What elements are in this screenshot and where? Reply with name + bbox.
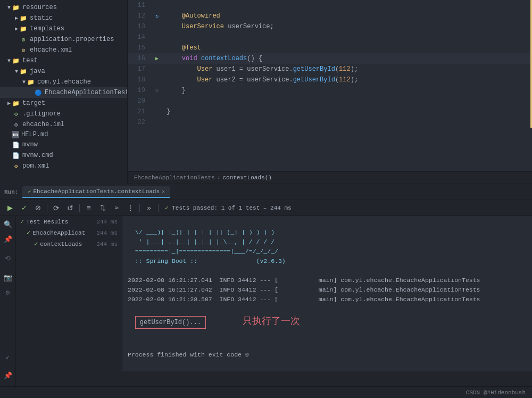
rerun-failed-button[interactable]: ↺ <box>64 202 76 214</box>
folder-icon: 📁 <box>19 24 28 33</box>
code-line-11: 11 <box>128 0 532 11</box>
side-icon-search[interactable]: 🔍 <box>2 218 14 231</box>
file-icon: 🔵 <box>34 88 43 97</box>
side-icon-camera[interactable]: 📷 <box>2 271 14 284</box>
tree-label: pom.xml <box>22 162 49 170</box>
side-icon-pin[interactable]: 📌 <box>2 233 14 246</box>
log-spacer-4 <box>128 342 131 349</box>
side-icon-settings[interactable]: ⚙ <box>2 286 14 299</box>
toolbar-status: ✓ Tests passed: 1 of 1 test – 244 ms <box>165 204 292 211</box>
tree-item-test[interactable]: ▼ 📁 test <box>0 55 127 66</box>
folder-icon: 📁 <box>12 99 20 107</box>
run-panel: Run: ✓ EhcacheApplicationTests.contextLo… <box>0 184 532 386</box>
side-icon-pin2[interactable]: 📌 <box>2 369 14 382</box>
tree-item-mvnw[interactable]: ▶ 📄 mvnw <box>0 139 127 150</box>
tree-item-gitignore[interactable]: ▶ ⚙ .gitignore <box>0 109 127 119</box>
file-icon: 📄 <box>12 140 20 149</box>
tree-item-java[interactable]: ▼ 📁 java <box>0 66 127 77</box>
tree-item-ehcache-iml[interactable]: ▶ ⚙ ehcache.iml <box>0 119 127 130</box>
check-button[interactable]: ✓ <box>18 202 30 214</box>
tree-label: java <box>30 68 45 75</box>
filter-button-2[interactable]: ⋮ <box>124 202 136 214</box>
arrow-icon: ▶ <box>7 100 11 106</box>
tree-label: ehcache.xml <box>30 46 72 54</box>
close-tab-button[interactable]: ✕ <box>162 188 165 195</box>
spring-ascii-1: \/ ___)| |_)| | | | | || (_| | ) ) ) ) <box>128 229 275 236</box>
folder-icon: 📁 <box>19 67 28 76</box>
filter-button[interactable]: ≈ <box>111 202 122 214</box>
tree-label: application.properties <box>30 36 114 43</box>
run-gutter-icon[interactable]: ▶ <box>155 56 159 62</box>
editor-breadcrumb: EhcacheApplicationTests › contextLoads() <box>128 171 532 184</box>
tree-item-target[interactable]: ▶ 📁 target <box>0 98 127 109</box>
file-tree: ▼ 📁 resources ▶ 📁 static ▶ 📁 templates ▶… <box>0 0 128 184</box>
code-line-18: 18 User user2 = userService.getUserById(… <box>128 74 532 85</box>
log-spacer <box>128 267 131 274</box>
tree-item-pom-xml[interactable]: ▶ ⚙ pom.xml <box>0 161 127 171</box>
test-time-child2: 244 ms <box>96 241 118 247</box>
tree-item-ehcache-tests[interactable]: ▶ 🔵 EhcacheApplicationTests <box>0 87 127 98</box>
method-call-container: getUserById()... 只执行了一次 <box>128 319 300 326</box>
tree-item-resources[interactable]: ▼ 📁 resources <box>0 2 127 13</box>
code-line-20: 20 <box>128 96 532 106</box>
method-call-box: getUserById()... <box>135 316 206 329</box>
tree-item-help-md[interactable]: ▶ HD HELP.md <box>0 130 127 139</box>
side-icon-exit[interactable]: ↙ <box>2 350 14 363</box>
toolbar-separator-4 <box>158 204 159 212</box>
test-name-child2: contextLoads <box>40 241 82 247</box>
tree-label: templates <box>30 25 64 32</box>
console-output[interactable]: \/ ___)| |_)| | | | | || (_| | ) ) ) ) '… <box>122 216 532 371</box>
side-icon-sync[interactable]: ⟲ <box>2 252 14 265</box>
tree-item-mvnw-cmd[interactable]: ▶ 📄 mvnw.cmd <box>0 150 127 161</box>
tree-label: .gitignore <box>22 110 61 118</box>
run-toolbar: ▶ ✓ ⊘ ⟳ ↺ ≡ ⇅ ≈ ⋮ » ✓ Tests passed: 1 of… <box>0 200 532 216</box>
run-tab-bar: Run: ✓ EhcacheApplicationTests.contextLo… <box>0 184 532 200</box>
rerun-button[interactable]: ⟳ <box>51 202 62 214</box>
log-line-3: 2022-02-08 16:21:28.507 INFO 34412 --- [… <box>128 296 480 303</box>
file-icon: ⚙ <box>19 46 28 54</box>
run-label: Run: <box>4 189 18 195</box>
test-result-child1[interactable]: ✓ EhcacheApplicat 244 ms <box>16 227 122 238</box>
code-line-22: 22 <box>128 117 532 128</box>
test-time-child1: 244 ms <box>96 230 118 236</box>
tree-label: test <box>22 57 38 64</box>
run-tab[interactable]: ✓ EhcacheApplicationTests.contextLoads ✕ <box>22 186 170 198</box>
toolbar-separator-3 <box>139 204 140 212</box>
folder-icon: 📁 <box>12 3 20 12</box>
stop-button[interactable]: ⊘ <box>32 202 44 214</box>
console-wrapper: \/ ___)| |_)| | | | | || (_| | ) ) ) ) '… <box>122 216 532 386</box>
tree-item-static[interactable]: ▶ 📁 static <box>0 13 127 23</box>
tree-item-ehcache-xml[interactable]: ▶ ⚙ ehcache.xml <box>0 45 127 55</box>
play-button[interactable]: ▶ <box>4 202 16 214</box>
tree-label: HELP.md <box>21 131 48 138</box>
status-text: Tests passed: 1 of 1 test – 244 ms <box>172 205 291 211</box>
tree-item-templates[interactable]: ▶ 📁 templates <box>0 23 127 34</box>
sort-desc-button[interactable]: ⇅ <box>97 202 109 214</box>
test-result-child2[interactable]: ✓ contextLoads 244 ms <box>16 238 122 250</box>
file-icon: ⚙ <box>12 110 20 118</box>
tree-label: mvnw.cmd <box>22 152 53 159</box>
chinese-annotation: 只执行了一次 <box>243 316 300 326</box>
editor-area: 11 12 ↻ @Autowired 13 Use <box>128 0 532 184</box>
sort-button[interactable]: ≡ <box>83 202 95 214</box>
spring-boot-line: :: Spring Boot :: (v2.6.3) <box>128 258 286 264</box>
toolbar-separator-2 <box>79 204 80 212</box>
arrow-icon: ▶ <box>15 26 18 32</box>
tree-label: target <box>22 100 45 107</box>
arrow-icon: ▼ <box>7 58 11 64</box>
breakpoint-icon: ◇ <box>155 88 159 94</box>
status-bar-label: CSDN @#Hideonbush <box>466 389 526 396</box>
test-result-root[interactable]: ✓ Test Results 244 ms <box>16 216 122 227</box>
test-pass-icon: ✓ <box>28 188 31 195</box>
tree-label: resources <box>22 4 57 11</box>
log-line-2: 2022-02-08 16:21:27.042 INFO 34412 --- [… <box>128 286 480 293</box>
more-button[interactable]: » <box>143 202 155 214</box>
code-line-16: 16 ▶ void contextLoads() { <box>128 53 532 64</box>
toolbar-separator <box>47 204 47 212</box>
reload-icon: ↻ <box>155 13 159 19</box>
code-view[interactable]: 11 12 ↻ @Autowired 13 Use <box>128 0 532 171</box>
tree-item-app-props[interactable]: ▶ ⚙ application.properties <box>0 34 127 45</box>
run-tab-label: EhcacheApplicationTests.contextLoads <box>33 188 160 195</box>
code-line-15: 15 @Test <box>128 43 532 53</box>
tree-item-com-yl-ehcache[interactable]: ▼ 📁 com.yl.ehcache <box>0 77 127 87</box>
